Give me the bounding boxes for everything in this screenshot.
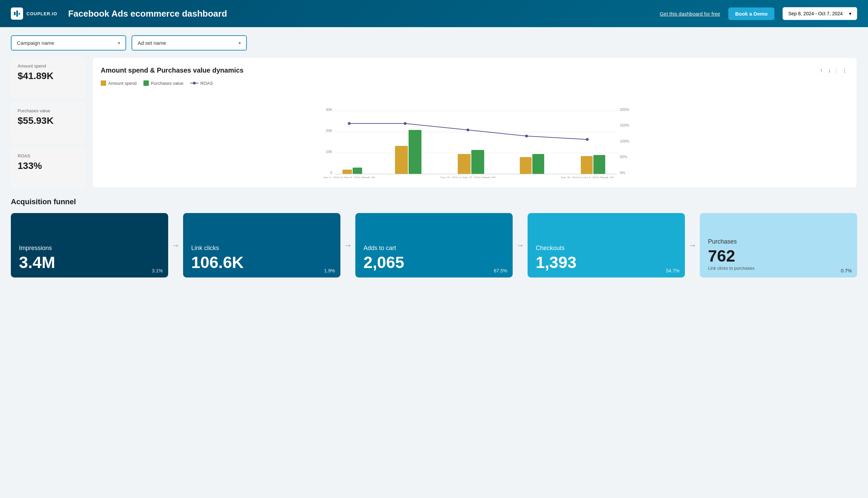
svg-text:20K: 20K xyxy=(325,129,332,133)
dashboard-grid: Amount spend $41.89K Purchases value $55… xyxy=(11,57,857,188)
chart-svg-container: 0 10K 20K 30K 0% 50% 100% 150% 200% xyxy=(101,90,849,180)
svg-text:Sep 16, 2024 to Sep 22, 2024 (: Sep 16, 2024 to Sep 22, 2024 (Week 38) xyxy=(440,176,495,178)
kpi-column: Amount spend $41.89K Purchases value $55… xyxy=(11,57,85,188)
page-title: Facebook Ads ecommerce dashboard xyxy=(68,9,227,19)
svg-rect-24 xyxy=(581,156,593,174)
campaign-filter-chevron-icon: ▾ xyxy=(118,41,120,45)
legend-spend: Amount spend xyxy=(101,80,137,86)
funnel-card-value-3: 1,393 xyxy=(536,254,677,271)
svg-rect-25 xyxy=(593,155,605,174)
svg-point-28 xyxy=(467,129,469,131)
legend-roas: ROAS xyxy=(190,81,213,86)
kpi-value-2: 133% xyxy=(18,160,79,171)
funnel-card-link-clicks: Link clicks 106.6K 1.9% xyxy=(183,213,340,277)
funnel-card-label-3: Checkouts xyxy=(536,245,677,252)
get-dashboard-link[interactable]: Get this dashboard for free xyxy=(660,11,720,17)
date-range-chevron-icon: ▾ xyxy=(849,11,851,16)
legend-purchases-icon xyxy=(144,80,149,86)
logo-icon xyxy=(11,8,23,20)
svg-rect-16 xyxy=(343,170,352,174)
funnel-card-pct-4: 0.7% xyxy=(841,268,852,273)
funnel-cards: Impressions 3.4M 3.1% → Link clicks 106.… xyxy=(11,213,857,277)
kpi-label-0: Amount spend xyxy=(18,63,79,68)
kpi-card-2: ROAS 133% xyxy=(11,147,85,188)
logo-text: COUPLER.IO xyxy=(26,11,57,16)
svg-text:10K: 10K xyxy=(325,149,332,154)
chart-down-button[interactable]: ↓ xyxy=(827,66,832,75)
legend-purchases-label: Purchases value xyxy=(151,81,184,86)
date-range-label: Sep 8, 2024 - Oct 7, 2024 xyxy=(788,11,843,16)
svg-point-30 xyxy=(586,138,589,141)
funnel-card-label-1: Link clicks xyxy=(191,245,332,252)
svg-rect-21 xyxy=(471,150,484,174)
svg-text:Sep 2, 2024 to Sep 8, 2024 (We: Sep 2, 2024 to Sep 8, 2024 (Week 36) xyxy=(323,176,375,178)
funnel-card-checkouts: Checkouts 1,393 54.7% xyxy=(528,213,685,277)
main-content: Campaign name ▾ Ad set name ▾ Amount spe… xyxy=(0,27,868,286)
kpi-value-0: $41.89K xyxy=(18,70,79,81)
svg-text:Sep 30, 2024 to Oct 6, 2024 (W: Sep 30, 2024 to Oct 6, 2024 (Week 40) xyxy=(561,176,614,178)
legend-spend-label: Amount spend xyxy=(108,81,137,86)
svg-rect-2 xyxy=(19,13,20,15)
svg-text:30K: 30K xyxy=(325,107,332,112)
funnel-section: Acquisition funnel Impressions 3.4M 3.1%… xyxy=(11,197,857,277)
date-range-picker[interactable]: Sep 8, 2024 - Oct 7, 2024 ▾ xyxy=(783,7,857,20)
funnel-arrow-2: → xyxy=(340,213,355,277)
svg-text:0%: 0% xyxy=(620,171,625,175)
funnel-card-impressions: Impressions 3.4M 3.1% xyxy=(11,213,168,277)
legend-roas-icon xyxy=(190,83,198,83)
funnel-title: Acquisition funnel xyxy=(11,197,857,206)
legend-roas-label: ROAS xyxy=(200,81,213,86)
svg-point-27 xyxy=(404,122,406,125)
funnel-arrow-4: → xyxy=(685,213,700,277)
funnel-card-value-4: 762 xyxy=(708,248,849,264)
funnel-card-pct-1: 1.9% xyxy=(324,268,335,273)
funnel-card-value-0: 3.4M xyxy=(19,254,160,271)
svg-rect-20 xyxy=(458,154,471,174)
svg-text:200%: 200% xyxy=(620,107,629,112)
adset-filter[interactable]: Ad set name ▾ xyxy=(132,35,247,51)
campaign-filter-label: Campaign name xyxy=(17,40,54,46)
svg-rect-18 xyxy=(395,146,408,174)
book-demo-button[interactable]: Book a Demo xyxy=(728,8,774,20)
chart-divider xyxy=(836,67,837,74)
funnel-card-value-2: 2,065 xyxy=(363,254,505,271)
svg-text:100%: 100% xyxy=(620,139,629,143)
chart-header: Amount spend & Purchases value dynamics … xyxy=(101,66,849,75)
svg-rect-22 xyxy=(520,157,532,174)
svg-rect-19 xyxy=(409,130,422,174)
funnel-card-label-4: Purchases xyxy=(708,238,849,245)
chart-more-button[interactable]: ⋮ xyxy=(841,66,849,75)
kpi-label-1: Purchases value xyxy=(18,108,79,113)
funnel-arrow-3: → xyxy=(513,213,528,277)
funnel-card-label-2: Adds to cart xyxy=(363,245,505,252)
kpi-value-1: $55.93K xyxy=(18,115,79,126)
campaign-filter[interactable]: Campaign name ▾ xyxy=(11,35,126,51)
chart-title: Amount spend & Purchases value dynamics xyxy=(101,66,243,74)
svg-text:150%: 150% xyxy=(620,123,629,127)
svg-text:50%: 50% xyxy=(620,155,627,159)
funnel-card-value-1: 106.6K xyxy=(191,254,332,271)
logo: COUPLER.IO xyxy=(11,8,57,20)
svg-rect-0 xyxy=(14,12,16,15)
funnel-card-pct-0: 3.1% xyxy=(152,268,163,273)
chart-card: Amount spend & Purchases value dynamics … xyxy=(92,57,857,188)
funnel-card-sub-4: Link clicks to purchases xyxy=(708,266,849,271)
funnel-card-adds-to-cart: Adds to cart 2,065 67.5% xyxy=(355,213,513,277)
svg-point-26 xyxy=(348,122,351,125)
svg-rect-23 xyxy=(532,154,544,174)
kpi-card-1: Purchases value $55.93K xyxy=(11,102,85,143)
funnel-card-pct-3: 54.7% xyxy=(666,268,680,273)
adset-filter-label: Ad set name xyxy=(138,40,166,46)
funnel-card-label-0: Impressions xyxy=(19,245,160,252)
svg-rect-1 xyxy=(16,11,18,17)
page-header: COUPLER.IO Facebook Ads ecommerce dashbo… xyxy=(0,0,868,27)
chart-up-button[interactable]: ↑ xyxy=(818,66,824,75)
filter-bar: Campaign name ▾ Ad set name ▾ xyxy=(11,35,857,51)
funnel-arrow-1: → xyxy=(168,213,183,277)
chart-legend: Amount spend Purchases value ROAS xyxy=(101,80,849,86)
funnel-card-pct-2: 67.5% xyxy=(494,268,507,273)
legend-spend-icon xyxy=(101,80,106,86)
chart-svg: 0 10K 20K 30K 0% 50% 100% 150% 200% xyxy=(101,90,849,178)
svg-rect-17 xyxy=(352,168,362,174)
chart-controls: ↑ ↓ ⋮ xyxy=(818,66,849,75)
